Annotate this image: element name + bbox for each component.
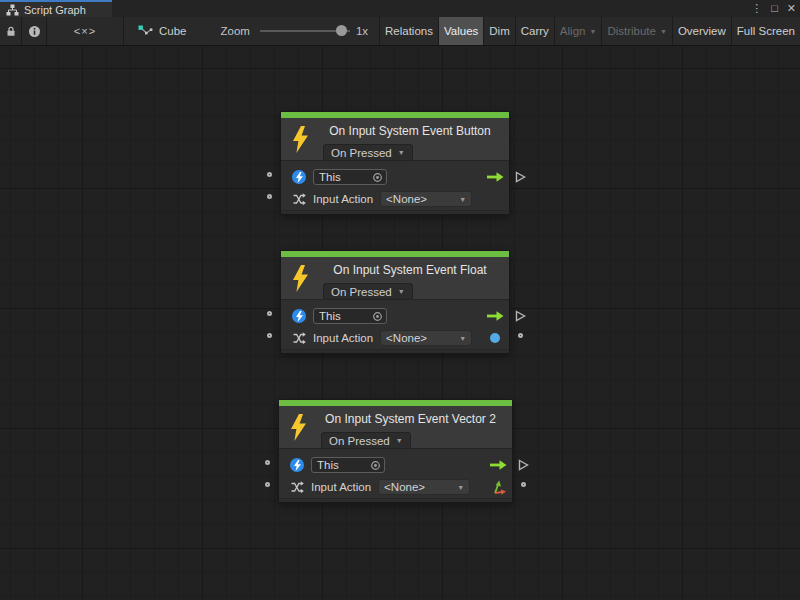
event-bolt-icon xyxy=(292,126,309,153)
float-output-port[interactable] xyxy=(518,333,523,338)
chevron-down-icon: ▼ xyxy=(457,484,464,491)
this-input-field[interactable]: This xyxy=(311,457,385,473)
this-row: This xyxy=(279,454,512,476)
input-action-label: Input Action xyxy=(313,193,373,205)
node-body: This Input Action xyxy=(279,449,512,498)
this-row: This xyxy=(281,305,509,327)
node-header[interactable]: On Input System Event Float On Pressed ▼ xyxy=(281,257,509,300)
graph-name: Cube xyxy=(159,25,187,37)
info-icon xyxy=(28,25,41,38)
input-port-action[interactable] xyxy=(267,333,272,338)
title-bar: Script Graph ⋮ □ ✕ xyxy=(0,0,800,17)
node-header[interactable]: On Input System Event Vector 2 On Presse… xyxy=(279,406,512,449)
trigger-dropdown[interactable]: On Pressed ▼ xyxy=(323,283,413,300)
node-body: This Input Action xyxy=(281,300,509,349)
lock-button[interactable] xyxy=(0,17,22,45)
flow-output-port[interactable] xyxy=(515,310,526,322)
chevron-down-icon: ▼ xyxy=(660,28,667,35)
chevron-down-icon: ▼ xyxy=(459,335,466,342)
vector2-output-port[interactable] xyxy=(521,482,526,487)
tab-title: Script Graph xyxy=(24,4,86,16)
input-action-row: Input Action <None> ▼ xyxy=(279,476,512,498)
node-footer xyxy=(281,210,509,214)
angle-x-icon: <×> xyxy=(74,25,96,37)
align-dropdown[interactable]: Align ▼ xyxy=(554,17,602,45)
node-title: On Input System Event Vector 2 xyxy=(315,412,506,426)
graph-canvas[interactable]: On Input System Event Button On Pressed … xyxy=(0,46,800,600)
object-picker-icon[interactable] xyxy=(370,460,381,471)
node-on-input-system-event-vector2[interactable]: On Input System Event Vector 2 On Presse… xyxy=(279,400,512,502)
event-bolt-icon xyxy=(290,414,307,441)
node-on-input-system-event-float[interactable]: On Input System Event Float On Pressed ▼… xyxy=(281,251,509,353)
node-footer xyxy=(281,349,509,353)
flow-output-port[interactable] xyxy=(518,459,529,471)
maximize-icon[interactable]: □ xyxy=(771,0,778,17)
graph-breadcrumb[interactable]: Cube xyxy=(124,17,199,45)
object-picker-icon[interactable] xyxy=(372,172,383,183)
input-port-action[interactable] xyxy=(265,482,270,487)
full-screen-button[interactable]: Full Screen xyxy=(731,17,800,45)
lock-icon xyxy=(5,25,17,37)
input-action-row: Input Action <None> ▼ xyxy=(281,188,509,210)
node-on-input-system-event-button[interactable]: On Input System Event Button On Pressed … xyxy=(281,112,509,214)
input-action-dropdown[interactable]: <None> ▼ xyxy=(378,479,470,495)
chevron-down-icon: ▼ xyxy=(398,288,405,295)
inspector-button[interactable] xyxy=(22,17,47,45)
flow-output-port[interactable] xyxy=(515,171,526,183)
close-icon[interactable]: ✕ xyxy=(787,0,796,17)
node-title: On Input System Event Button xyxy=(317,124,503,138)
values-button[interactable]: Values xyxy=(438,17,483,45)
node-header[interactable]: On Input System Event Button On Pressed … xyxy=(281,118,509,161)
menu-icon[interactable]: ⋮ xyxy=(751,0,762,17)
input-action-row: Input Action <None> ▼ xyxy=(281,327,509,349)
chevron-down-icon: ▼ xyxy=(396,437,403,444)
input-action-icon xyxy=(290,480,304,494)
input-action-icon xyxy=(292,331,306,345)
float-value-icon xyxy=(490,333,500,343)
chevron-down-icon: ▼ xyxy=(459,196,466,203)
input-port-this[interactable] xyxy=(267,311,272,316)
node-body: This Input Action xyxy=(281,161,509,210)
trigger-dropdown[interactable]: On Pressed ▼ xyxy=(323,144,413,161)
dim-button[interactable]: Dim xyxy=(483,17,514,45)
window-controls: ⋮ □ ✕ xyxy=(751,0,796,17)
edit-graph-button[interactable]: <×> xyxy=(47,17,124,45)
event-unit-icon xyxy=(290,458,304,472)
event-bolt-icon xyxy=(292,265,309,292)
input-action-dropdown[interactable]: <None> ▼ xyxy=(380,330,472,346)
input-port-this[interactable] xyxy=(267,172,272,177)
trigger-dropdown[interactable]: On Pressed ▼ xyxy=(321,432,411,449)
graph-icon xyxy=(6,4,19,16)
overview-button[interactable]: Overview xyxy=(672,17,731,45)
this-row: This xyxy=(281,166,509,188)
input-action-label: Input Action xyxy=(313,332,373,344)
relations-button[interactable]: Relations xyxy=(379,17,438,45)
input-action-dropdown[interactable]: <None> ▼ xyxy=(380,191,472,207)
node-footer xyxy=(279,498,512,502)
this-input-field[interactable]: This xyxy=(313,308,387,324)
zoom-label: Zoom xyxy=(221,17,250,45)
chevron-down-icon: ▼ xyxy=(589,28,596,35)
toolbar-buttons: Relations Values Dim Carry Align ▼ Distr… xyxy=(379,17,800,45)
flow-arrow-icon xyxy=(486,172,504,182)
object-picker-icon[interactable] xyxy=(372,311,383,322)
input-port-action[interactable] xyxy=(267,194,272,199)
event-unit-icon xyxy=(292,170,306,184)
flow-arrow-icon xyxy=(489,460,507,470)
zoom-value: 1x xyxy=(356,17,368,45)
carry-button[interactable]: Carry xyxy=(515,17,554,45)
tab-script-graph[interactable]: Script Graph xyxy=(0,0,112,17)
event-unit-icon xyxy=(292,309,306,323)
zoom-slider-handle[interactable] xyxy=(336,25,347,36)
this-input-field[interactable]: This xyxy=(313,169,387,185)
vector2-value-icon xyxy=(491,479,507,495)
graph-toolbar: <×> Cube Zoom 1x Relations Values Dim Ca… xyxy=(0,17,800,46)
input-port-this[interactable] xyxy=(265,460,270,465)
node-title: On Input System Event Float xyxy=(317,263,503,277)
input-action-icon xyxy=(292,192,306,206)
input-action-label: Input Action xyxy=(311,481,371,493)
graph-asset-icon xyxy=(138,25,153,37)
flow-arrow-icon xyxy=(486,311,504,321)
distribute-dropdown[interactable]: Distribute ▼ xyxy=(601,17,672,45)
zoom-slider[interactable] xyxy=(260,17,350,45)
